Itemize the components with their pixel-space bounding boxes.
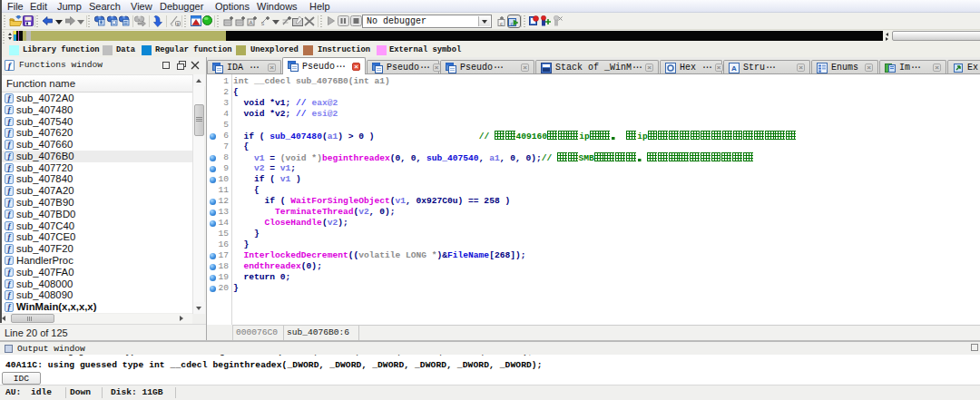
svg-text:A: A [731,64,737,73]
svg-text:c: c [511,21,514,26]
svg-text:a: a [177,21,180,26]
svg-text:c: c [500,21,503,26]
svg-text:A: A [249,20,252,25]
